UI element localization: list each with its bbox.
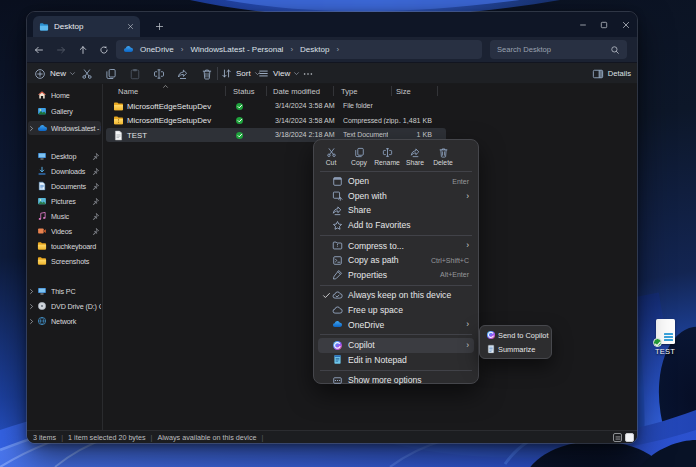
- delete-button[interactable]: [198, 65, 215, 82]
- menu-item-label: Show more options: [348, 375, 469, 385]
- cut-button[interactable]: [78, 65, 95, 82]
- column-separator[interactable]: [266, 86, 267, 96]
- icons-view-button[interactable]: [625, 433, 634, 442]
- close-button[interactable]: [618, 12, 634, 37]
- new-tab-button[interactable]: [151, 18, 167, 34]
- copy-button[interactable]: [102, 65, 119, 82]
- sidebar-item-label: Downloads: [51, 167, 91, 176]
- quick-share-button[interactable]: Share: [402, 145, 428, 167]
- new-button[interactable]: New: [32, 65, 78, 82]
- sidebar-item-pictures[interactable]: Pictures: [28, 194, 101, 208]
- quick-rename-button[interactable]: Rename: [374, 145, 400, 167]
- sidebar-item-dvd-drive[interactable]: DVD Drive (D:) CCC: [28, 299, 101, 313]
- tab-desktop[interactable]: Desktop: [33, 16, 140, 37]
- menu-item-edit-in-notepad[interactable]: Edit in Notepad: [318, 353, 474, 368]
- file-name: MicrosoftEdgeSetupDev: [127, 116, 211, 125]
- minimize-button[interactable]: [575, 12, 591, 37]
- sidebar-item-desktop[interactable]: Desktop: [28, 149, 101, 163]
- share-icon: [410, 147, 421, 158]
- quick-copy-button[interactable]: Copy: [346, 145, 372, 167]
- sidebar-item-label: Gallery: [51, 107, 101, 116]
- menu-item-always-keep-on-device[interactable]: Always keep on this device: [318, 288, 474, 303]
- column-separator[interactable]: [225, 86, 226, 96]
- sidebar-item-home[interactable]: Home: [28, 88, 101, 102]
- forward-button[interactable]: [52, 41, 69, 58]
- column-header-name[interactable]: Name: [118, 84, 138, 98]
- sidebar-item-label: Network: [51, 317, 101, 326]
- menu-item-copy-as-path[interactable]: Copy as path Ctrl+Shift+C: [318, 253, 474, 268]
- arrow-up-icon: [78, 45, 88, 55]
- sidebar-item-downloads[interactable]: Downloads: [28, 164, 101, 178]
- sidebar-item-label: DVD Drive (D:) CCC: [51, 302, 101, 311]
- column-header-type[interactable]: Type: [341, 84, 357, 98]
- expand-chevron-icon[interactable]: [28, 125, 36, 132]
- menu-item-label: Open with: [348, 191, 466, 201]
- sidebar-item-screenshots[interactable]: Screenshots: [28, 254, 101, 268]
- submenu-item-summarize[interactable]: Summarize: [483, 342, 548, 356]
- file-row-zip[interactable]: MicrosoftEdgeSetupDev 3/14/2024 3:58 AM …: [106, 114, 446, 128]
- details-pane-icon: [592, 68, 604, 80]
- breadcrumb-chevron-icon[interactable]: ›: [181, 45, 184, 54]
- menu-item-share[interactable]: Share: [318, 203, 474, 218]
- paste-button[interactable]: [126, 65, 143, 82]
- menu-item-properties[interactable]: Properties Alt+Enter: [318, 268, 474, 283]
- search-box[interactable]: Search Desktop: [490, 40, 627, 59]
- sidebar-item-documents[interactable]: Documents: [28, 179, 101, 193]
- back-button[interactable]: [30, 41, 47, 58]
- toolbar-separator: [217, 67, 218, 80]
- menu-item-label: OneDrive: [348, 320, 466, 330]
- quick-cut-button[interactable]: Cut: [318, 145, 344, 167]
- menu-item-copilot[interactable]: Copilot ›: [318, 338, 474, 353]
- column-separator[interactable]: [437, 86, 438, 96]
- menu-item-open-with[interactable]: Open with ›: [318, 189, 474, 204]
- breadcrumb-desktop[interactable]: Desktop: [300, 45, 329, 54]
- column-header-date[interactable]: Date modified: [273, 84, 320, 98]
- column-separator[interactable]: [333, 86, 334, 96]
- file-row-folder[interactable]: MicrosoftEdgeSetupDev 3/14/2024 3:58 AM …: [106, 99, 446, 113]
- expand-chevron-icon[interactable]: [28, 288, 36, 295]
- downloads-icon: [37, 166, 47, 176]
- share-button[interactable]: [174, 65, 191, 82]
- folder-icon: [37, 256, 47, 266]
- sidebar-item-thispc[interactable]: This PC: [28, 284, 101, 298]
- details-view-button[interactable]: [613, 433, 622, 442]
- tab-close-icon[interactable]: [127, 23, 134, 30]
- quick-delete-button[interactable]: Delete: [430, 145, 456, 167]
- details-pane-button[interactable]: Details: [592, 65, 631, 82]
- menu-item-compress-to[interactable]: Compress to... ›: [318, 238, 474, 253]
- menu-item-onedrive[interactable]: OneDrive ›: [318, 317, 474, 332]
- breadcrumb-chevron-icon[interactable]: ›: [336, 45, 339, 54]
- menu-item-add-to-favorites[interactable]: Add to Favorites: [318, 218, 474, 233]
- menu-item-free-up-space[interactable]: Free up space: [318, 303, 474, 318]
- sort-button[interactable]: Sort: [221, 65, 261, 82]
- rename-button[interactable]: [150, 65, 167, 82]
- breadcrumb-onedrive[interactable]: OneDrive: [140, 45, 174, 54]
- paste-icon: [129, 68, 141, 80]
- submenu-item-send-to-copilot[interactable]: Send to Copilot: [483, 328, 548, 342]
- menu-item-show-more-options[interactable]: Show more options: [318, 373, 474, 388]
- desktop-file-test[interactable]: TEST: [646, 319, 684, 356]
- breadcrumb-account[interactable]: WindowsLatest - Personal: [190, 45, 283, 54]
- sidebar-item-touchkeyboard[interactable]: touchkeyboard: [28, 239, 101, 253]
- up-button[interactable]: [74, 41, 91, 58]
- maximize-button[interactable]: [596, 12, 612, 37]
- sidebar-item-label: Documents: [51, 182, 91, 191]
- menu-item-label: Share: [348, 205, 469, 215]
- column-header-size[interactable]: Size: [396, 84, 411, 98]
- menu-item-open[interactable]: Open Enter: [318, 174, 474, 189]
- expand-chevron-icon[interactable]: [28, 318, 36, 325]
- breadcrumb-chevron-icon[interactable]: ›: [290, 45, 293, 54]
- sidebar-item-videos[interactable]: Videos: [28, 224, 101, 238]
- column-separator[interactable]: [391, 86, 392, 96]
- sidebar-item-network[interactable]: Network: [28, 314, 101, 328]
- sidebar-item-music[interactable]: Music: [28, 209, 101, 223]
- cloud-icon: [332, 305, 343, 316]
- view-button[interactable]: View: [258, 65, 300, 82]
- sidebar-item-gallery[interactable]: Gallery: [28, 104, 101, 118]
- address-bar[interactable]: OneDrive › WindowsLatest - Personal › De…: [116, 40, 482, 59]
- column-header-status[interactable]: Status: [233, 84, 255, 98]
- expand-chevron-icon[interactable]: [28, 303, 36, 310]
- more-options-button[interactable]: [300, 65, 316, 82]
- sidebar-item-onedrive[interactable]: WindowsLatest - P: [28, 121, 101, 135]
- refresh-button[interactable]: [95, 41, 112, 58]
